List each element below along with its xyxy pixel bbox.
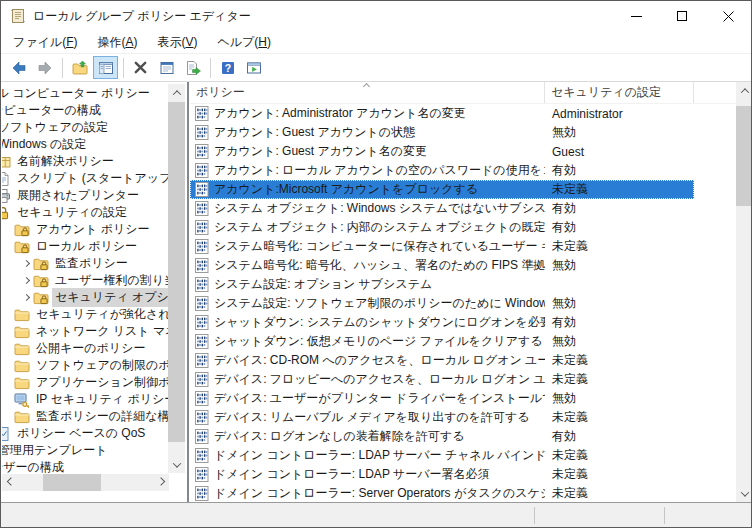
policy-row[interactable]: デバイス: フロッピーへのアクセスを、ローカル ログオン ユーザーだけに制...… — [190, 370, 736, 389]
chevron-right-icon[interactable] — [19, 257, 33, 271]
policy-row[interactable]: システム オブジェクト: Windows システムではないサブシステムのため..… — [190, 199, 736, 218]
policy-row[interactable]: システム設定: ソフトウェア制限のポリシーのために Windows 実行可...… — [190, 294, 736, 313]
policy-row[interactable]: シャットダウン: 仮想メモリのページ ファイルをクリアする無効 — [190, 332, 736, 351]
list-vertical-scrollbar[interactable] — [736, 82, 752, 502]
properties-button[interactable] — [154, 56, 179, 79]
scroll-up-button[interactable] — [736, 82, 752, 99]
column-header-filler — [694, 82, 736, 103]
policy-row-selected[interactable]: アカウント:Microsoft アカウントをブロックする未定義 — [190, 180, 694, 199]
policy-icon — [195, 239, 209, 254]
scroll-right-button[interactable] — [152, 474, 169, 491]
tree-item-administrative-templates[interactable]: 管理用テンプレート — [2, 442, 168, 459]
tree-item-software-settings[interactable]: ソフトウェアの設定 — [2, 119, 168, 136]
tree-vertical-scrollbar[interactable] — [168, 84, 185, 473]
policy-row[interactable]: シャットダウン: システムのシャットダウンにログオンを必要としない有効 — [190, 313, 736, 332]
tree-item-local-computer-policy[interactable]: ローカル コンピューター ポリシー — [2, 85, 168, 102]
forward-button[interactable] — [32, 56, 57, 79]
toolbar-separator — [62, 58, 63, 78]
tree-item-computer-configuration[interactable]: コンピューターの構成 — [2, 102, 168, 119]
scrollbar-thumb[interactable] — [736, 106, 752, 206]
tree-item-public-key-policies[interactable]: 公開キーのポリシー — [2, 340, 168, 357]
policy-row[interactable]: アカウント: Guest アカウント名の変更Guest — [190, 142, 736, 161]
policy-icon — [195, 448, 209, 463]
tree-item-windows-settings[interactable]: Windows の設定 — [2, 136, 168, 153]
maximize-button[interactable] — [659, 1, 705, 31]
tree-item-account-policies[interactable]: アカウント ポリシー — [2, 221, 168, 238]
policy-row[interactable]: アカウント: Guest アカウントの状態無効 — [190, 123, 736, 142]
computer-key-icon — [14, 392, 30, 408]
tree-item-policy-based-qos[interactable]: ポリシー ベースの QoS — [2, 425, 168, 442]
back-button[interactable] — [6, 56, 31, 79]
minimize-button[interactable] — [613, 1, 659, 31]
policy-row[interactable]: デバイス: リムーバブル メディアを取り出すのを許可する未定義 — [190, 408, 736, 427]
tree-item-security-options[interactable]: セキュリティ オプション — [2, 289, 168, 306]
policy-row[interactable]: ドメイン コントローラー: Server Operators がタスクのスケジュ… — [190, 484, 736, 502]
folder-lock-icon — [33, 256, 49, 272]
tree-item-deployed-printers[interactable]: 展開されたプリンター — [2, 187, 168, 204]
tree-item-windows-firewall[interactable]: セキュリティが強化された Win — [2, 306, 168, 323]
tree-item-user-configuration[interactable]: ユーザーの構成 — [2, 459, 168, 473]
policy-row[interactable]: ドメイン コントローラー: LDAP サーバー チャネル バインド トークンの要… — [190, 446, 736, 465]
scrollbar-thumb[interactable] — [43, 474, 101, 491]
delete-button[interactable] — [128, 56, 153, 79]
tree-item-network-list-manager[interactable]: ネットワーク リスト マネージャー — [2, 323, 168, 340]
tree-horizontal-scrollbar[interactable] — [2, 474, 169, 491]
minimize-icon — [631, 16, 642, 17]
toolbar: ? — [1, 54, 751, 82]
policy-row[interactable]: デバイス: ユーザーがプリンター ドライバーをインストールできないようにする無効 — [190, 389, 736, 408]
scroll-down-button[interactable] — [168, 456, 185, 473]
tree-item-security-settings[interactable]: セキュリティの設定 — [2, 204, 168, 221]
policy-row[interactable]: システム暗号化: コンピューターに保存されているユーザー キーに強力な...未定… — [190, 237, 736, 256]
tree-item-scripts[interactable]: スクリプト (スタートアップ/シャットダウン) — [2, 170, 168, 187]
policy-row[interactable]: デバイス: CD-ROM へのアクセスを、ローカル ログオン ユーザーだけに..… — [190, 351, 736, 370]
policy-row[interactable]: システム設定: オプション サブシステム — [190, 275, 736, 294]
up-one-level-button[interactable] — [67, 56, 92, 79]
new-window-button[interactable] — [241, 56, 266, 79]
tree-item-software-restriction-policies[interactable]: ソフトウェアの制限のポリシー — [2, 357, 168, 374]
scroll-down-button[interactable] — [736, 485, 752, 502]
export-list-button[interactable] — [180, 56, 205, 79]
tree-item-audit-policy[interactable]: 監査ポリシー — [2, 255, 168, 272]
window-title: ローカル グループ ポリシー エディター — [33, 8, 613, 25]
sort-ascending-icon — [363, 83, 370, 90]
policy-icon — [195, 467, 209, 482]
policy-icon — [195, 125, 209, 140]
policy-row[interactable]: システム暗号化: 暗号化、ハッシュ、署名のための FIPS 準拠アルゴリ...無… — [190, 256, 736, 275]
menu-action[interactable]: 操作(A) — [87, 31, 147, 54]
scroll-up-button[interactable] — [168, 84, 185, 101]
policy-icon — [195, 391, 209, 406]
chevron-right-icon[interactable] — [19, 274, 33, 288]
close-button[interactable] — [705, 1, 751, 31]
tree-item-local-policies[interactable]: ローカル ポリシー — [2, 238, 168, 255]
tree-item-ip-security-policies[interactable]: IP セキュリティ ポリシー (ローカ — [2, 391, 168, 408]
policy-row[interactable]: アカウント: Administrator アカウント名の変更Administra… — [190, 104, 736, 123]
scrollbar-thumb[interactable] — [168, 102, 185, 442]
export-list-icon — [185, 60, 201, 76]
tree-item-user-rights-assignment[interactable]: ユーザー権利の割り当て — [2, 272, 168, 289]
policy-row[interactable]: デバイス: ログオンなしの装着解除を許可する有効 — [190, 427, 736, 446]
policy-row[interactable]: システム オブジェクト: 内部のシステム オブジェクトの既定のアクセス許...有… — [190, 218, 736, 237]
menu-file[interactable]: ファイル(F) — [3, 31, 87, 54]
scroll-left-button[interactable] — [2, 474, 19, 491]
console-tree-panel: ローカル コンピューター ポリシー コンピューターの構成 ソフトウェアの設定 W… — [1, 82, 188, 502]
back-arrow-icon — [11, 60, 27, 76]
policy-icon — [195, 353, 209, 368]
chevron-up-icon — [172, 90, 180, 98]
policy-row[interactable]: ドメイン コントローラー: LDAP サーバー署名必須未定義 — [190, 465, 736, 484]
help-button[interactable]: ? — [215, 56, 240, 79]
menu-view[interactable]: 表示(V) — [147, 31, 207, 54]
menu-help[interactable]: ヘルプ(H) — [208, 31, 282, 54]
properties-window-icon — [159, 60, 175, 76]
close-icon — [723, 11, 734, 22]
help-question-icon: ? — [220, 60, 236, 76]
policy-row[interactable]: アカウント: ローカル アカウントの空のパスワードの使用をコンソール ログ...… — [190, 161, 736, 180]
tree-item-name-resolution-policy[interactable]: 名前解決ポリシー — [2, 153, 168, 170]
tree-item-application-control-policies[interactable]: アプリケーション制御ポリシー — [2, 374, 168, 391]
show-console-tree-button[interactable] — [93, 56, 118, 79]
column-header-policy[interactable]: ポリシー — [190, 82, 545, 103]
chevron-right-icon[interactable] — [19, 291, 33, 305]
group-policy-editor-window: ローカル グループ ポリシー エディター ファイル(F) 操作(A) 表示(V)… — [0, 0, 752, 528]
column-header-security-setting[interactable]: セキュリティの設定 — [545, 82, 694, 103]
tree-item-advanced-audit-policy[interactable]: 監査ポリシーの詳細な構成 — [2, 408, 168, 425]
qos-icon — [2, 426, 11, 442]
